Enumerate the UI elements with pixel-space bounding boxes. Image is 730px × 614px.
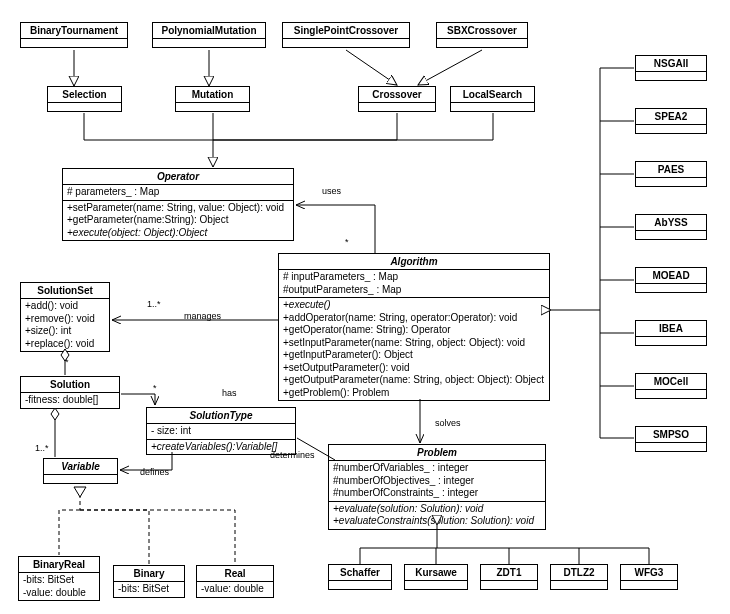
class-Solution: Solution -fitness: double[] [20,376,120,409]
op: +add(): void [25,300,105,313]
empty-section [44,475,117,483]
class-IBEA: IBEA [635,320,707,346]
class-title: Variable [44,459,117,475]
attr: #numberOfVariables_ : integer [333,462,541,475]
class-DTLZ2: DTLZ2 [550,564,608,590]
class-BinaryReal: BinaryReal -bits: BitSet -value: double [18,556,100,601]
class-ZDT1: ZDT1 [480,564,538,590]
attr: #numberOfConstraints_ : integer [333,487,541,500]
class-BinaryTournament: BinaryTournament [20,22,128,48]
class-title: Crossover [359,87,435,103]
class-title: Operator [63,169,293,185]
class-title: BinaryReal [19,557,99,573]
class-LocalSearch: LocalSearch [450,86,535,112]
op: +size(): int [25,325,105,338]
label-uses: uses [322,186,341,196]
svg-marker-10 [74,487,86,497]
attr: # inputParameters_ : Map [283,271,545,284]
class-title: Solution [21,377,119,393]
class-title: AbYSS [636,215,706,231]
class-MOEAD: MOEAD [635,267,707,293]
empty-section [405,581,467,589]
ops: +setParameter(name: String, value: Objec… [63,201,293,241]
empty-section [329,581,391,589]
class-title: MOEAD [636,268,706,284]
class-PolynomialMutation: PolynomialMutation [152,22,266,48]
attrs: #numberOfVariables_ : integer #numberOfO… [329,461,545,502]
mult-star: * [153,383,157,393]
op: +evaluate(solution: Solution): void [333,503,541,516]
class-Variable: Variable [43,458,118,484]
class-SMPSO: SMPSO [635,426,707,452]
class-title: MOCell [636,374,706,390]
attrs: -bits: BitSet -value: double [19,573,99,600]
attr: - size: int [151,425,291,438]
attr: -bits: BitSet [23,574,95,587]
empty-section [481,581,537,589]
class-title: SinglePointCrossover [283,23,409,39]
attr: -fitness: double[] [25,394,115,407]
empty-section [153,39,265,47]
empty-section [551,581,607,589]
op: +setOutputParameter(): void [283,362,545,375]
attrs: -fitness: double[] [21,393,119,408]
class-Kursawe: Kursawe [404,564,468,590]
class-title: WFG3 [621,565,677,581]
empty-section [636,231,706,239]
class-SBXCrossover: SBXCrossover [436,22,528,48]
class-title: Mutation [176,87,249,103]
op: +execute() [283,299,545,312]
attr: -value: double [201,583,269,596]
empty-section [48,103,121,111]
op: +evaluateConstraints(solution: Solution)… [333,515,541,528]
label-defines: defines [140,467,169,477]
class-Crossover: Crossover [358,86,436,112]
class-SolutionType: SolutionType - size: int +createVariable… [146,407,296,455]
attr: -value: double [23,587,95,600]
attr: #numberOfObjectives_ : integer [333,475,541,488]
class-title: SolutionType [147,408,295,424]
class-SinglePointCrossover: SinglePointCrossover [282,22,410,48]
mult-star: * [345,237,349,247]
class-Operator: Operator # parameters_ : Map +setParamet… [62,168,294,241]
empty-section [451,103,534,111]
class-AbYSS: AbYSS [635,214,707,240]
op: +execute(object: Object):Object [67,227,289,240]
op: +addOperator(name: String, operator:Oper… [283,312,545,325]
class-PAES: PAES [635,161,707,187]
class-title: NSGAII [636,56,706,72]
op: +setParameter(name: String, value: Objec… [67,202,289,215]
class-title: Kursawe [405,565,467,581]
ops: +execute() +addOperator(name: String, op… [279,298,549,400]
class-title: PolynomialMutation [153,23,265,39]
class-SPEA2: SPEA2 [635,108,707,134]
attrs: # parameters_ : Map [63,185,293,201]
empty-section [636,443,706,451]
mult-1star: 1..* [147,299,161,309]
svg-line-2 [346,50,397,85]
class-Real: Real -value: double [196,565,274,598]
op: +remove(): void [25,313,105,326]
class-title: Selection [48,87,121,103]
class-title: SPEA2 [636,109,706,125]
mult-1star: 1..* [35,443,49,453]
class-title: SMPSO [636,427,706,443]
op: +getOperator(name: String): Operator [283,324,545,337]
class-SolutionSet: SolutionSet +add(): void +remove(): void… [20,282,110,352]
op: +getParameter(name:String): Object [67,214,289,227]
class-Schaffer: Schaffer [328,564,392,590]
op: +setInputParameter(name: String, object:… [283,337,545,350]
attr: -bits: BitSet [118,583,180,596]
class-Binary: Binary -bits: BitSet [113,565,185,598]
attrs: -value: double [197,582,273,597]
empty-section [283,39,409,47]
op: +getInputParameter(): Object [283,349,545,362]
attr: #outputParameters_ : Map [283,284,545,297]
mult-star: * [65,357,69,367]
class-title: IBEA [636,321,706,337]
empty-section [437,39,527,47]
class-WFG3: WFG3 [620,564,678,590]
empty-section [636,337,706,345]
class-Problem: Problem #numberOfVariables_ : integer #n… [328,444,546,530]
label-manages: manages [184,311,221,321]
